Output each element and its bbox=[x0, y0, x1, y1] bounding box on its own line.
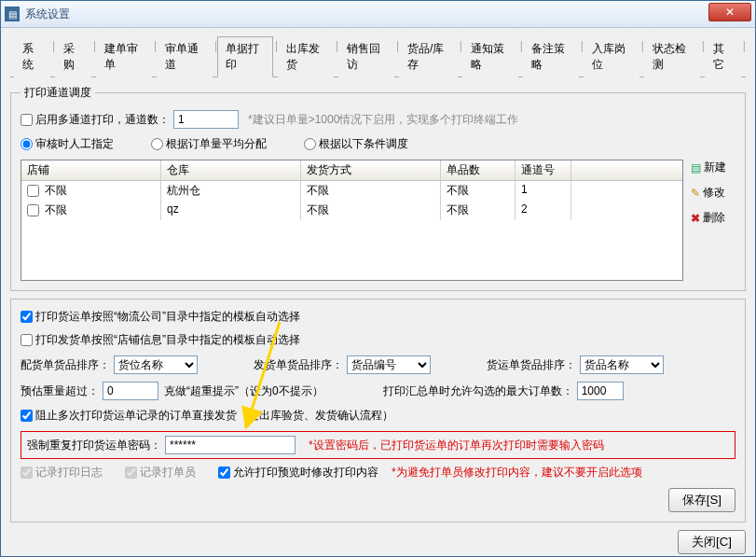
table-header: 店铺 仓库 发货方式 单品数 通道号 bbox=[21, 160, 682, 181]
tab-system[interactable]: 系统 bbox=[14, 36, 50, 77]
group-print-channel: 打印通道调度 启用多通道打印，通道数： *建议日单量>1000情况下启用，实现多… bbox=[10, 85, 746, 291]
delete-icon: ✖ bbox=[691, 212, 700, 225]
password-label: 强制重复打印货运单密码： bbox=[27, 438, 161, 453]
radio-avg[interactable]: 根据订单量平均分配 bbox=[151, 136, 267, 152]
cb-enable-multi[interactable] bbox=[21, 114, 33, 126]
select-ship-sort[interactable]: 货品编号 bbox=[347, 355, 431, 374]
password-hint: *设置密码后，已打印货运单的订单再次打印时需要输入密码 bbox=[309, 438, 604, 453]
input-channel-count[interactable] bbox=[173, 110, 239, 129]
cb-log-operator bbox=[125, 466, 137, 479]
input-reprint-password[interactable] bbox=[165, 436, 296, 454]
tab-outbound[interactable]: 出库发货 bbox=[278, 36, 334, 77]
tab-sales-revisit[interactable]: 销售回访 bbox=[338, 36, 394, 77]
window-title: 系统设置 bbox=[25, 7, 708, 22]
edit-icon: ✎ bbox=[691, 187, 700, 200]
input-max-orders[interactable] bbox=[577, 382, 624, 400]
tab-goods-stock[interactable]: 货品/库存 bbox=[399, 36, 458, 77]
app-icon: ▤ bbox=[5, 7, 20, 21]
window-close-button[interactable]: ✕ bbox=[708, 3, 751, 21]
titlebar: ▤ 系统设置 ✕ bbox=[1, 1, 755, 28]
cb-log-print bbox=[21, 466, 33, 479]
edit-button[interactable]: ✎修改 bbox=[691, 185, 735, 201]
group-legend: 打印通道调度 bbox=[21, 85, 95, 101]
password-highlight-box: 强制重复打印货运单密码： *设置密码后，已打印货运单的订单再次打印时需要输入密码 bbox=[21, 431, 735, 459]
tab-other[interactable]: 其它 bbox=[705, 36, 741, 77]
multi-hint: *建议日单量>1000情况下启用，实现多个打印终端工作 bbox=[248, 112, 518, 128]
group-print-options: 打印货运单按照“物流公司”目录中指定的模板自动选择 打印发货单按照“店铺信息”目… bbox=[10, 299, 746, 522]
input-weight-threshold[interactable] bbox=[103, 382, 158, 400]
tab-audit-channel[interactable]: 审单通道 bbox=[157, 36, 213, 77]
tab-notify[interactable]: 通知策略 bbox=[462, 36, 518, 77]
channel-table[interactable]: 店铺 仓库 发货方式 单品数 通道号 不限 杭州仓 不限 不限 1 不限 bbox=[21, 160, 683, 281]
tab-remark[interactable]: 备注策略 bbox=[523, 36, 579, 77]
select-pick-sort[interactable]: 货位名称 bbox=[114, 355, 198, 374]
tab-inbound-post[interactable]: 入库岗位 bbox=[584, 36, 639, 77]
cb-allow-preview-edit[interactable] bbox=[218, 466, 230, 479]
cb-logistics-template[interactable] bbox=[21, 311, 33, 323]
close-button[interactable]: 关闭[C] bbox=[678, 530, 746, 554]
save-button[interactable]: 保存[S] bbox=[668, 488, 735, 512]
preview-edit-hint: *为避免打单员修改打印内容，建议不要开启此选项 bbox=[392, 465, 642, 480]
tab-purchase[interactable]: 采购 bbox=[55, 36, 91, 77]
cb-enable-multi-label: 启用多通道打印，通道数： bbox=[35, 112, 170, 128]
table-row[interactable]: 不限 杭州仓 不限 不限 1 bbox=[21, 181, 682, 201]
table-row[interactable]: 不限 qz 不限 不限 2 bbox=[21, 201, 682, 220]
tab-status-check[interactable]: 状态检测 bbox=[644, 36, 700, 77]
cb-shop-template[interactable] bbox=[21, 334, 33, 346]
cb-block-multi-print[interactable] bbox=[21, 410, 33, 422]
tab-bar: 系统| 采购| 建单审单| 审单通道| 单据打印| 出库发货| 销售回访| 货品… bbox=[10, 35, 746, 77]
delete-button[interactable]: ✖删除 bbox=[691, 210, 735, 226]
tab-create-audit[interactable]: 建单审单 bbox=[96, 36, 152, 77]
new-button[interactable]: ▤新建 bbox=[691, 160, 735, 175]
new-icon: ▤ bbox=[691, 161, 701, 174]
select-trans-sort[interactable]: 货品名称 bbox=[580, 355, 664, 374]
row-cb[interactable] bbox=[27, 204, 39, 216]
radio-cond[interactable]: 根据以下条件调度 bbox=[304, 136, 408, 152]
row-cb[interactable] bbox=[27, 185, 39, 197]
radio-manual[interactable]: 审核时人工指定 bbox=[21, 136, 114, 152]
tab-print[interactable]: 单据打印 bbox=[217, 36, 273, 77]
